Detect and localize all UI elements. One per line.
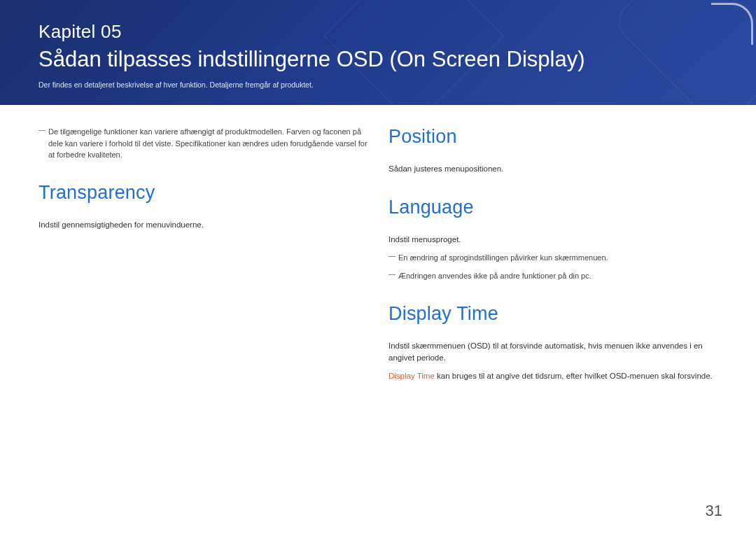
display-time-highlight: Display Time — [388, 372, 435, 380]
text-transparency: Indstil gennemsigtigheden for menuvindue… — [38, 219, 368, 232]
language-note-2: Ændringen anvendes ikke på andre funktio… — [388, 270, 718, 282]
heading-display-time: Display Time — [388, 303, 718, 325]
language-note-1: En ændring af sprogindstillingen påvirke… — [388, 252, 718, 264]
chapter-label: Kapitel 05 — [38, 21, 718, 43]
text-display-time-2: Display Time kan bruges til at angive de… — [388, 370, 718, 383]
chapter-header: Kapitel 05 Sådan tilpasses indstillinger… — [0, 0, 756, 105]
corner-decoration — [711, 3, 753, 45]
page: Kapitel 05 Sådan tilpasses indstillinger… — [0, 0, 756, 534]
heading-transparency: Transparency — [38, 182, 368, 204]
content-columns: De tilgængelige funktioner kan variere a… — [0, 105, 756, 388]
text-position: Sådan justeres menupositionen. — [388, 163, 718, 176]
text-display-time-1: Indstil skærmmenuen (OSD) til at forsvin… — [388, 340, 718, 365]
text-language: Indstil menusproget. — [388, 234, 718, 246]
heading-position: Position — [388, 126, 718, 148]
right-column: Position Sådan justeres menupositionen. … — [388, 126, 718, 388]
chapter-subtitle: Der findes en detaljeret beskrivelse af … — [38, 80, 718, 89]
heading-language: Language — [388, 197, 718, 218]
availability-note: De tilgængelige funktioner kan variere a… — [38, 126, 368, 161]
page-number: 31 — [706, 502, 722, 520]
left-column: De tilgængelige funktioner kan variere a… — [38, 126, 368, 388]
chapter-title: Sådan tilpasses indstillingerne OSD (On … — [38, 47, 718, 72]
display-time-rest: kan bruges til at angive det tidsrum, ef… — [435, 372, 713, 380]
